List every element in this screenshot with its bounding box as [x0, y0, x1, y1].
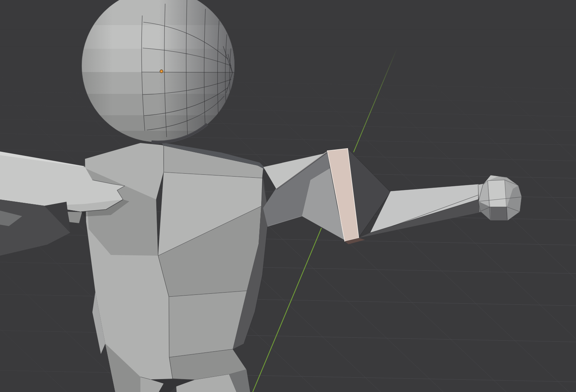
viewport-canvas[interactable] — [0, 0, 576, 392]
selection-overlay[interactable] — [160, 70, 163, 73]
hand-ball-bottom-center — [490, 207, 508, 221]
blender-3d-viewport[interactable] — [0, 0, 576, 392]
selected-vertex[interactable] — [160, 70, 163, 73]
hand-ball-center — [488, 180, 507, 207]
